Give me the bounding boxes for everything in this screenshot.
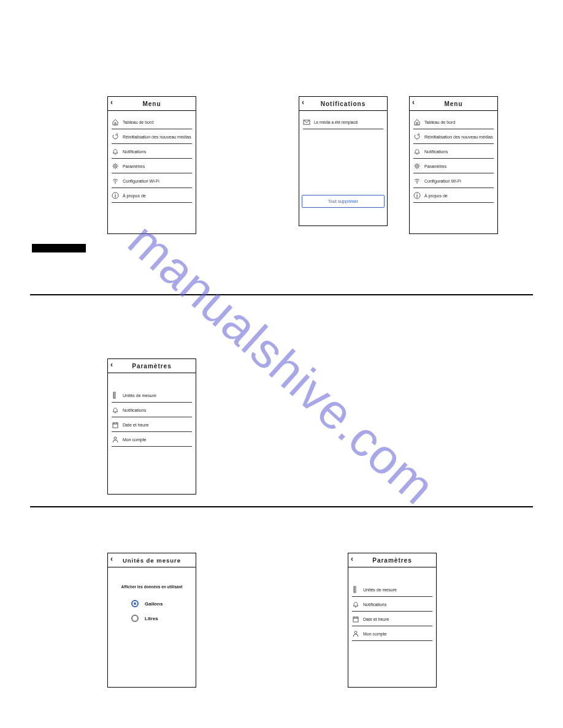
list-settings-1: Unités de mesure Notifications Date et h… bbox=[108, 373, 196, 453]
radio-label: Gallons bbox=[145, 601, 163, 607]
header-settings-2: ‹ Paramètres bbox=[348, 553, 436, 567]
menu-item-label: À propos de bbox=[424, 194, 448, 198]
settings-item-datetime[interactable]: Date et heure bbox=[352, 612, 432, 626]
screen-notifications: ‹ Notifications Le média a été remplacé … bbox=[299, 96, 388, 226]
bell-icon bbox=[112, 406, 119, 414]
radio-icon bbox=[131, 600, 139, 607]
notification-item[interactable]: Le média a été remplacé bbox=[303, 115, 383, 129]
header-menu-2: ‹ Menu bbox=[410, 97, 497, 111]
menu-item-notifications[interactable]: Notifications bbox=[112, 144, 192, 159]
back-icon[interactable]: ‹ bbox=[351, 555, 354, 563]
redaction-bar bbox=[32, 244, 86, 252]
user-icon bbox=[112, 436, 119, 443]
list-menu-1: Tableau de bord Réinitialisation des nou… bbox=[108, 111, 196, 209]
menu-item-wifi[interactable]: Configuration Wi-Fi bbox=[112, 173, 192, 188]
menu-item-tableau-de-bord[interactable]: Tableau de bord bbox=[112, 115, 192, 129]
screen-menu-2: ‹ Menu Tableau de bord Réinitialisation … bbox=[409, 96, 498, 234]
gear-icon bbox=[112, 162, 119, 170]
settings-item-label: Unités de mesure bbox=[123, 393, 156, 398]
settings-item-label: Notifications bbox=[123, 408, 146, 412]
radio-label: Litres bbox=[145, 616, 158, 621]
screen-settings-1: ‹ Paramètres Unités de mesure Notificati… bbox=[107, 358, 196, 495]
units-intro-text: Afficher les données en utilisant bbox=[112, 585, 192, 589]
menu-item-label: Réinitialisation des nouveau médias bbox=[123, 135, 191, 139]
calendar-icon bbox=[352, 615, 359, 623]
menu-item-label: Paramètres bbox=[123, 164, 145, 169]
back-icon[interactable]: ‹ bbox=[110, 555, 113, 563]
divider-2 bbox=[30, 506, 533, 507]
menu-item-label: À propos de bbox=[123, 194, 146, 198]
header-notifications: ‹ Notifications bbox=[299, 97, 387, 111]
home-icon bbox=[112, 118, 119, 126]
menu-item-reinit[interactable]: Réinitialisation des nouveau médias bbox=[112, 129, 192, 144]
radio-litres[interactable]: Litres bbox=[131, 615, 192, 622]
divider-1 bbox=[30, 294, 533, 295]
settings-item-units[interactable]: Unités de mesure bbox=[352, 582, 432, 597]
menu-item-label: Configuration Wi-Fi bbox=[123, 179, 159, 183]
menu-item-about[interactable]: À propos de bbox=[413, 188, 494, 203]
calendar-icon bbox=[112, 421, 119, 428]
refresh-icon bbox=[112, 133, 119, 140]
radio-icon bbox=[131, 615, 139, 622]
wifi-icon bbox=[413, 177, 421, 184]
radio-gallons[interactable]: Gallons bbox=[131, 600, 192, 607]
menu-item-label: Notifications bbox=[424, 150, 448, 154]
menu-item-reinit[interactable]: Réinitialisation des nouveau médias bbox=[413, 129, 494, 144]
notification-text: Le média a été remplacé bbox=[314, 120, 358, 124]
menu-item-tableau-de-bord[interactable]: Tableau de bord bbox=[413, 115, 494, 129]
settings-item-account[interactable]: Mon compte bbox=[352, 626, 432, 641]
menu-item-about[interactable]: À propos de bbox=[112, 188, 192, 203]
ruler-icon bbox=[112, 392, 119, 399]
settings-item-notifications[interactable]: Notifications bbox=[112, 403, 192, 417]
menu-item-notifications[interactable]: Notifications bbox=[413, 144, 494, 159]
back-icon[interactable]: ‹ bbox=[110, 98, 113, 107]
bell-icon bbox=[413, 148, 421, 155]
title-menu-1: Menu bbox=[142, 100, 161, 107]
list-settings-2: Unités de mesure Notifications Date et h… bbox=[348, 567, 436, 647]
user-icon bbox=[352, 630, 359, 637]
title-settings-2: Paramètres bbox=[372, 557, 412, 564]
bell-icon bbox=[112, 148, 119, 155]
menu-item-label: Tableau de bord bbox=[123, 120, 153, 124]
menu-item-label: Configuration Wi-Fi bbox=[424, 179, 461, 183]
header-menu-1: ‹ Menu bbox=[108, 97, 196, 111]
body-units: Afficher les données en utilisant Gallon… bbox=[108, 567, 196, 628]
bell-icon bbox=[352, 601, 359, 608]
wifi-icon bbox=[112, 177, 119, 184]
clear-all-button[interactable]: Tout supprimer bbox=[302, 195, 385, 208]
screen-settings-2: ‹ Paramètres Unités de mesure Notificati… bbox=[348, 553, 437, 688]
info-icon bbox=[413, 192, 421, 199]
settings-item-label: Unités de mesure bbox=[363, 588, 397, 592]
back-icon[interactable]: ‹ bbox=[302, 98, 305, 107]
screen-menu-1: ‹ Menu Tableau de bord Réinitialisation … bbox=[107, 96, 196, 234]
screen-units: ‹ Unités de mesure Afficher les données … bbox=[107, 553, 196, 688]
title-settings-1: Paramètres bbox=[132, 363, 171, 370]
home-icon bbox=[413, 118, 421, 126]
info-icon bbox=[112, 192, 119, 199]
settings-item-notifications[interactable]: Notifications bbox=[352, 597, 432, 612]
menu-item-label: Réinitialisation des nouveau médias bbox=[424, 135, 493, 139]
title-menu-2: Menu bbox=[444, 100, 462, 107]
settings-item-datetime[interactable]: Date et heure bbox=[112, 417, 192, 432]
settings-item-label: Notifications bbox=[363, 602, 386, 607]
menu-item-parametres[interactable]: Paramètres bbox=[413, 159, 494, 173]
clear-all-label: Tout supprimer bbox=[328, 199, 359, 204]
gear-icon bbox=[413, 162, 421, 170]
menu-item-label: Tableau de bord bbox=[424, 120, 455, 124]
settings-item-label: Date et heure bbox=[123, 423, 148, 427]
menu-item-label: Notifications bbox=[123, 150, 146, 154]
ruler-icon bbox=[352, 586, 359, 593]
settings-item-label: Date et heure bbox=[363, 617, 389, 621]
settings-item-units[interactable]: Unités de mesure bbox=[112, 388, 192, 403]
menu-item-parametres[interactable]: Paramètres bbox=[112, 159, 192, 173]
back-icon[interactable]: ‹ bbox=[110, 360, 113, 369]
settings-item-label: Mon compte bbox=[363, 632, 387, 636]
refresh-icon bbox=[413, 133, 421, 140]
mail-icon bbox=[303, 118, 310, 126]
back-icon[interactable]: ‹ bbox=[412, 98, 415, 107]
title-units: Unités de mesure bbox=[123, 557, 181, 564]
menu-item-wifi[interactable]: Configuration Wi-Fi bbox=[413, 173, 494, 188]
header-settings-1: ‹ Paramètres bbox=[108, 359, 196, 373]
menu-item-label: Paramètres bbox=[424, 164, 446, 169]
settings-item-account[interactable]: Mon compte bbox=[112, 432, 192, 447]
